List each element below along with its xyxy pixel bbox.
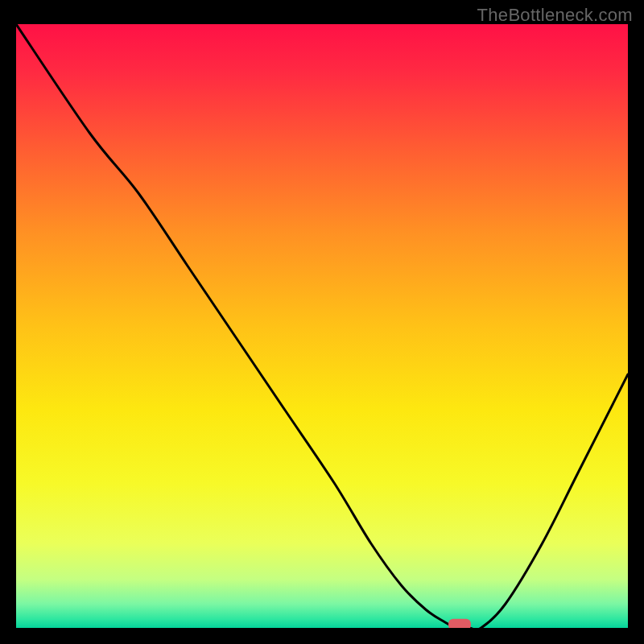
bottleneck-chart <box>16 24 628 628</box>
chart-stage: TheBottleneck.com <box>0 0 644 644</box>
chart-svg <box>16 24 628 628</box>
optimal-marker <box>448 619 471 628</box>
gradient-background <box>16 24 628 628</box>
watermark-label: TheBottleneck.com <box>477 5 633 26</box>
